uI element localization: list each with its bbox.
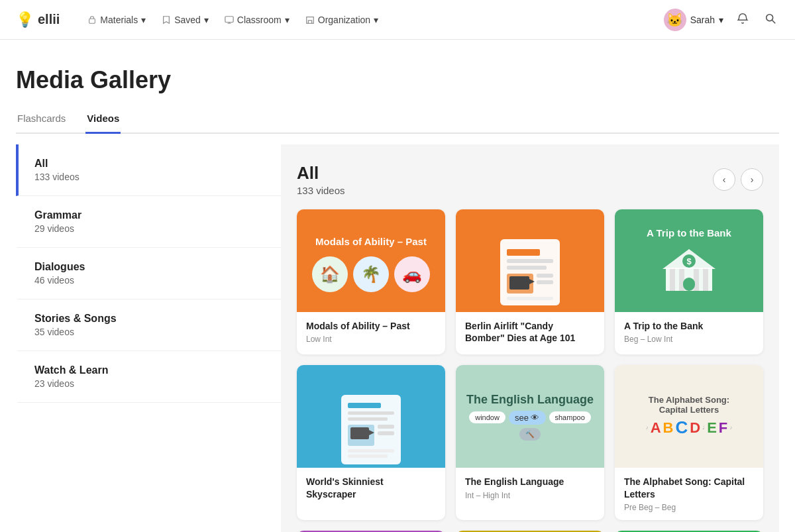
letter-e: E: [707, 419, 717, 437]
svg-rect-8: [507, 266, 547, 270]
svg-point-3: [767, 14, 773, 21]
svg-rect-11: [537, 280, 553, 284]
word-hammer: 🔨: [519, 428, 541, 441]
video-grid: Modals of Ability – Past 🏠 🌴 🚗 Modals of…: [297, 209, 763, 532]
video-level-english: Int – High Int: [465, 491, 595, 500]
svg-rect-34: [348, 454, 388, 458]
search-button[interactable]: [762, 10, 779, 30]
sidebar-item-grammar[interactable]: Grammar 29 videos: [16, 196, 281, 248]
svg-rect-31: [350, 427, 369, 439]
page-title: Media Gallery: [16, 66, 779, 94]
tab-videos[interactable]: Videos: [85, 107, 121, 134]
video-info-modals: Modals of Ability – Past Low Int: [297, 312, 445, 352]
avatar: 🐱: [664, 9, 686, 31]
avatar-emoji: 🐱: [666, 12, 683, 28]
right-panel: All 133 videos ‹ › Modals of Ability – P…: [281, 144, 779, 532]
sidebar-item-all[interactable]: All 133 videos: [16, 144, 281, 196]
svg-rect-13: [509, 276, 529, 290]
video-card-berlin[interactable]: Berlin Airlift "Candy Bomber" Dies at Ag…: [456, 209, 604, 354]
monitor-icon: [225, 15, 234, 25]
chevron-down-icon-3: ▾: [285, 15, 290, 25]
chevron-down-icon: ▾: [141, 15, 146, 25]
thumb-label-bank: A Trip to the Bank: [640, 227, 738, 239]
navbar: 💡 ellii Materials ▾ Saved ▾ Classroom ▾ …: [0, 0, 795, 40]
building-icon: [305, 15, 315, 25]
svg-text:$: $: [686, 256, 692, 266]
svg-rect-33: [348, 449, 394, 452]
tab-flashcards[interactable]: Flashcards: [16, 107, 67, 134]
thumb-circle-market: 🚗: [394, 256, 430, 292]
prev-button[interactable]: ‹: [713, 168, 735, 191]
word-shampoo: shampoo: [549, 411, 591, 423]
video-info-berlin: Berlin Airlift "Candy Bomber" Dies at Ag…: [456, 312, 604, 354]
svg-rect-27: [348, 417, 388, 421]
search-icon: [765, 13, 776, 25]
thumb-label-modals: Modals of Ability – Past: [309, 236, 433, 247]
video-card-alphabet[interactable]: The Alphabet Song:Capital Letters ♪ A B …: [615, 365, 763, 519]
bookmark-icon: [162, 15, 171, 25]
video-info-alphabet: The Alphabet Song: Capital Letters Pre B…: [615, 468, 763, 519]
letter-c: C: [675, 417, 688, 438]
notifications-button[interactable]: [734, 10, 751, 30]
svg-rect-1: [225, 16, 233, 22]
gallery-container: All 133 videos Grammar 29 videos Dialogu…: [16, 144, 779, 532]
word-see: see 👁: [509, 411, 546, 425]
video-level: Low Int: [306, 335, 436, 344]
main-content: Media Gallery Flashcards Videos All 133 …: [0, 40, 795, 532]
english-title-thumb: The English Language: [466, 393, 594, 407]
briefcase-icon: [87, 15, 97, 25]
chevron-down-icon-2: ▾: [204, 15, 209, 25]
svg-rect-29: [378, 425, 394, 429]
nav-classroom[interactable]: Classroom ▾: [218, 11, 296, 29]
sidebar-item-watch-learn[interactable]: Watch & Learn 23 videos: [16, 351, 281, 403]
tabs: Flashcards Videos: [16, 107, 779, 134]
video-info-skyscraper: World's Skinniest Skyscraper: [297, 468, 445, 510]
nav-organization[interactable]: Organization ▾: [299, 11, 385, 29]
user-chevron-icon: ▾: [719, 15, 723, 25]
svg-rect-16: [670, 268, 675, 291]
word-window: window: [469, 411, 505, 423]
video-card-bank[interactable]: A Trip to the Bank: [615, 209, 763, 354]
alphabet-thumb-title: The Alphabet Song:Capital Letters: [642, 395, 736, 415]
nav-materials[interactable]: Materials ▾: [81, 11, 152, 29]
video-title-alphabet: The Alphabet Song: Capital Letters: [624, 476, 754, 500]
panel-title-section: All 133 videos: [297, 163, 345, 196]
svg-rect-19: [703, 268, 708, 291]
thumb-circle-farm: 🏠: [312, 256, 348, 292]
video-info-bank: A Trip to the Bank Beg – Low Int: [615, 312, 763, 352]
logo-icon: 💡: [16, 11, 34, 28]
letter-a: A: [651, 419, 661, 437]
svg-rect-6: [507, 249, 540, 256]
thumb-circle-beach: 🌴: [353, 256, 389, 292]
video-level-bank: Beg – Low Int: [624, 335, 754, 344]
svg-rect-30: [378, 431, 394, 435]
sidebar-item-stories-songs[interactable]: Stories & Songs 35 videos: [16, 299, 281, 351]
video-card-english[interactable]: The English Language window see 👁 shampo…: [456, 365, 604, 519]
svg-rect-12: [507, 297, 553, 300]
video-title-skyscraper: World's Skinniest Skyscraper: [306, 476, 436, 500]
svg-rect-0: [89, 19, 95, 23]
svg-rect-17: [679, 268, 684, 291]
bell-icon: [737, 13, 749, 25]
newspaper-svg: [494, 233, 566, 312]
note1: ♪: [646, 425, 649, 431]
panel-title: All: [297, 163, 345, 184]
logo-text: ellii: [38, 12, 60, 27]
video-title: Modals of Ability – Past: [306, 320, 436, 332]
video-title-english: The English Language: [465, 476, 595, 488]
nav-arrows: ‹ ›: [713, 168, 763, 191]
bank-svg: $: [659, 241, 719, 294]
video-card-skyscraper[interactable]: World's Skinniest Skyscraper: [297, 365, 445, 519]
sidebar-item-dialogues[interactable]: Dialogues 46 videos: [16, 248, 281, 299]
next-button[interactable]: ›: [741, 168, 763, 191]
svg-rect-26: [348, 411, 394, 415]
video-title-berlin: Berlin Airlift "Candy Bomber" Dies at Ag…: [465, 320, 595, 344]
svg-line-4: [772, 20, 775, 23]
video-card[interactable]: Modals of Ability – Past 🏠 🌴 🚗 Modals of…: [297, 209, 445, 354]
user-menu[interactable]: 🐱 Sarah ▾: [664, 9, 723, 31]
letter-d: D: [690, 419, 700, 437]
svg-rect-20: [683, 278, 695, 291]
video-info-english: The English Language Int – High Int: [456, 468, 604, 507]
nav-saved[interactable]: Saved ▾: [155, 11, 215, 29]
logo[interactable]: 💡 ellii: [16, 11, 60, 28]
